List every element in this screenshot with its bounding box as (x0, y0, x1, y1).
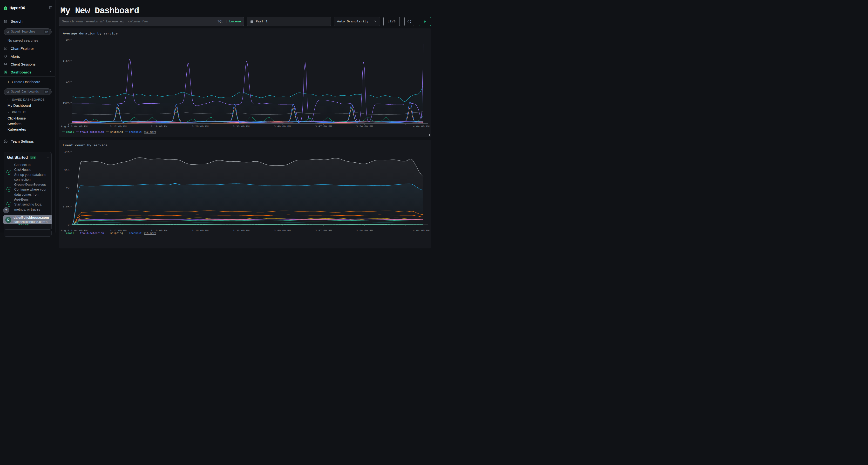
svg-text:11K: 11K (64, 168, 70, 172)
svg-text:4:04:00 PM: 4:04:00 PM (413, 229, 429, 232)
svg-text:1.5M: 1.5M (63, 59, 69, 63)
svg-text:fraud-detection: fraud-detection (80, 232, 104, 232)
svg-text:0: 0 (68, 223, 69, 227)
svg-text:checkout: checkout (129, 232, 142, 232)
svg-text:3:54:00 PM: 3:54:00 PM (356, 229, 373, 232)
svg-text:7K: 7K (66, 187, 70, 190)
svg-text:3:40:00 PM: 3:40:00 PM (274, 229, 290, 232)
svg-text:shipping: shipping (110, 232, 123, 232)
svg-text:3:40:00 PM: 3:40:00 PM (274, 125, 290, 128)
svg-text:email: email (66, 131, 74, 133)
svg-text:4:04:00 PM: 4:04:00 PM (413, 125, 429, 128)
svg-text:3.5K: 3.5K (63, 205, 70, 208)
svg-text:+15 more: +15 more (144, 232, 156, 232)
svg-text:3:47:00 PM: 3:47:00 PM (315, 125, 332, 128)
svg-text:3:47:00 PM: 3:47:00 PM (315, 229, 332, 232)
svg-text:3:54:00 PM: 3:54:00 PM (356, 125, 373, 128)
svg-text:14K: 14K (64, 150, 70, 154)
svg-text:3:26:00 PM: 3:26:00 PM (192, 125, 209, 128)
svg-text:3:19:00 PM: 3:19:00 PM (151, 125, 167, 128)
svg-text:3:33:00 PM: 3:33:00 PM (233, 229, 250, 232)
svg-text:3:12:00 PM: 3:12:00 PM (110, 125, 127, 128)
svg-text:shipping: shipping (110, 131, 123, 133)
svg-text:500K: 500K (63, 101, 70, 105)
svg-text:+12 more: +12 more (144, 131, 156, 133)
svg-text:checkout: checkout (129, 131, 142, 133)
svg-text:1M: 1M (66, 80, 69, 84)
svg-text:3:26:00 PM: 3:26:00 PM (192, 229, 209, 232)
svg-text:Aug 4 3:04:00 PM: Aug 4 3:04:00 PM (61, 125, 88, 128)
svg-text:2M: 2M (66, 38, 69, 42)
svg-text:fraud-detection: fraud-detection (80, 131, 104, 133)
svg-text:email: email (66, 232, 74, 232)
svg-text:3:33:00 PM: 3:33:00 PM (233, 125, 250, 128)
